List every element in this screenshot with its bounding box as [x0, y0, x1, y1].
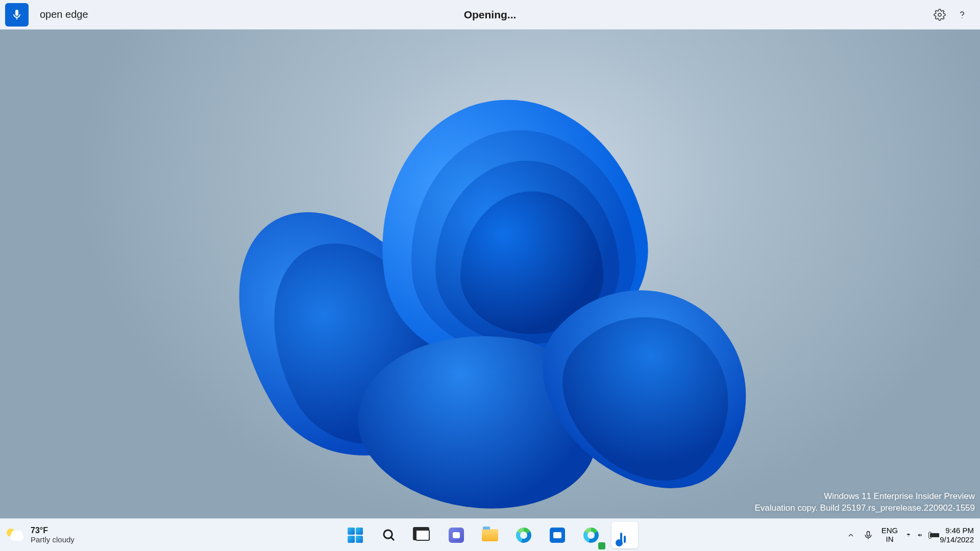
weather-condition: Partly cloudy: [31, 535, 75, 544]
help-button[interactable]: [955, 8, 969, 21]
volume-icon: [917, 533, 922, 538]
language-region: IN: [886, 535, 894, 544]
tray-microphone-button[interactable]: [863, 530, 873, 540]
taskbar: 73°F Partly cloudy: [0, 518, 980, 551]
weather-icon: [6, 528, 23, 542]
build-watermark: Windows 11 Enterprise Insider Preview Ev…: [754, 491, 975, 514]
search-button[interactable]: [376, 522, 402, 548]
chevron-up-icon: [847, 531, 855, 539]
chat-icon: [449, 528, 464, 543]
start-button[interactable]: [342, 522, 369, 548]
system-tray: ENG IN 9:46 PM 9/14/2022: [847, 526, 974, 544]
settings-button[interactable]: [933, 8, 946, 21]
watermark-line1: Windows 11 Enterprise Insider Preview: [754, 491, 975, 503]
voice-access-bar: open edge Opening...: [0, 0, 980, 30]
edge-button[interactable]: [510, 522, 537, 548]
edge-icon: [516, 528, 531, 543]
store-button[interactable]: [544, 522, 571, 548]
battery-icon: [928, 532, 932, 539]
gear-icon: [934, 9, 946, 21]
microphone-button[interactable]: [5, 3, 29, 27]
wallpaper-bloom-graphic: [215, 69, 777, 518]
store-icon: [550, 528, 565, 543]
voice-status-text: Opening...: [464, 9, 517, 21]
voice-access-button[interactable]: [611, 522, 638, 548]
quick-settings-button[interactable]: [906, 532, 932, 539]
svg-point-1: [962, 17, 963, 18]
task-view-button[interactable]: [409, 522, 436, 548]
watermark-line2: Evaluation copy. Build 25197.rs_prerelea…: [754, 503, 975, 514]
help-icon: [956, 9, 968, 21]
clock-button[interactable]: 9:46 PM 9/14/2022: [940, 526, 974, 544]
language-indicator[interactable]: ENG IN: [881, 527, 898, 543]
taskbar-center: [342, 522, 638, 548]
file-explorer-button[interactable]: [477, 522, 503, 548]
weather-temperature: 73°F: [31, 526, 75, 535]
edge-dev-button[interactable]: [578, 522, 604, 548]
desktop-wallpaper[interactable]: Windows 11 Enterprise Insider Preview Ev…: [0, 30, 980, 518]
start-icon: [348, 528, 363, 543]
wifi-icon: [906, 533, 911, 538]
microphone-icon: [11, 9, 23, 21]
voice-access-icon: [617, 528, 632, 543]
svg-point-0: [938, 13, 941, 16]
edge-dev-icon: [583, 528, 599, 543]
folder-icon: [482, 529, 498, 541]
svg-rect-4: [867, 531, 869, 536]
chat-button[interactable]: [443, 522, 470, 548]
dev-badge-icon: [598, 542, 605, 549]
weather-widget[interactable]: 73°F Partly cloudy: [6, 526, 75, 544]
language-code: ENG: [881, 527, 898, 535]
svg-line-3: [391, 537, 394, 540]
clock-date: 9/14/2022: [940, 535, 974, 544]
svg-point-2: [384, 530, 392, 538]
clock-time: 9:46 PM: [945, 526, 974, 535]
microphone-icon: [863, 530, 873, 540]
search-icon: [381, 528, 397, 543]
voice-command-text: open edge: [40, 9, 88, 20]
tray-overflow-button[interactable]: [847, 531, 855, 539]
task-view-icon: [415, 530, 430, 541]
svg-point-5: [909, 536, 909, 537]
